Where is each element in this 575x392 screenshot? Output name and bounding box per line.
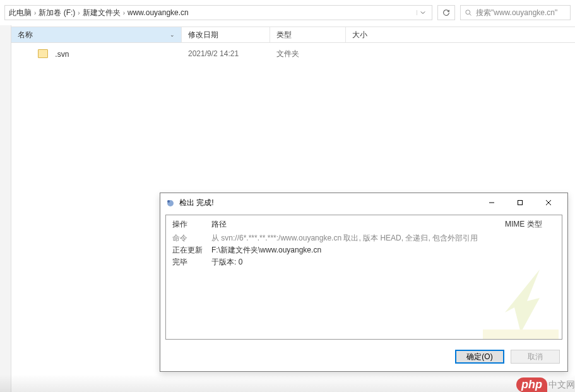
cancel-button: 取消 [511,350,560,364]
log-row: 命令 从 svn://6*.***.**.***:/www.ouyangke.c… [166,232,562,244]
file-date: 2021/9/2 14:21 [182,49,270,58]
chevron-right-icon: › [123,9,125,16]
refresh-button[interactable] [437,5,455,20]
arrow-down-icon [480,263,562,339]
search-placeholder: 搜索"www.ouyangke.cn" [476,8,557,18]
column-name[interactable]: 名称 ⌄ [11,27,182,42]
tortoise-icon [165,198,175,208]
svg-point-3 [167,200,170,203]
dialog-content: 操作 路径 MIME 类型 命令 从 svn://6*.***.**.***:/… [165,215,562,340]
column-size[interactable]: 大小 [346,27,396,42]
minimize-button[interactable] [477,194,506,212]
header-path: 路径 [211,219,505,230]
maximize-button[interactable] [506,194,534,212]
crumb-folder[interactable]: 新建文件夹 [83,8,121,18]
dialog-headers: 操作 路径 MIME 类型 [166,215,562,232]
history-dropdown[interactable] [417,10,428,15]
header-mime: MIME 类型 [505,219,555,230]
search-icon [465,9,472,16]
file-type: 文件夹 [270,49,346,59]
search-input[interactable]: 搜索"www.ouyangke.cn" [460,5,571,20]
svg-line-1 [470,14,471,16]
file-name: .svn [55,50,69,59]
folder-icon [38,49,48,58]
watermark-brand: php 中文网 [516,377,575,392]
chevron-right-icon: › [34,9,36,16]
chevron-right-icon: › [78,9,80,16]
bottom-shadow [0,374,575,392]
list-item[interactable]: .svn 2021/9/2 14:21 文件夹 [11,47,575,61]
crumb-current[interactable]: www.ouyangke.cn [127,8,189,17]
column-headers: 名称 ⌄ 修改日期 类型 大小 [11,27,575,43]
dialog-buttons: 确定(O) 取消 [160,345,567,371]
svg-point-0 [466,10,470,15]
svg-rect-5 [518,201,522,205]
crumb-this-pc[interactable]: 此电脑 [9,8,32,18]
crumb-drive[interactable]: 新加卷 (F:) [39,8,75,18]
column-date[interactable]: 修改日期 [182,27,270,42]
ok-button[interactable]: 确定(O) [455,350,504,364]
log-row: 正在更新 F:\新建文件夹\www.ouyangke.cn [166,244,562,256]
checkout-complete-dialog: 检出 完成! 操作 路径 MIME 类型 命令 从 svn://6*.***.*… [160,193,568,372]
address-bar[interactable]: 此电脑 › 新加卷 (F:) › 新建文件夹 › www.ouyangke.cn [4,5,432,20]
chevron-down-icon: ⌄ [170,32,175,38]
left-splitter[interactable] [0,25,11,392]
header-operation: 操作 [172,219,211,230]
column-type[interactable]: 类型 [270,27,346,42]
dialog-titlebar[interactable]: 检出 完成! [160,193,567,212]
brand-logo: php [516,377,547,392]
brand-text: 中文网 [548,379,575,391]
svg-rect-8 [483,330,559,339]
close-button[interactable] [534,194,562,212]
dialog-title: 检出 完成! [179,198,214,208]
log-row: 完毕 于版本: 0 [166,256,562,268]
file-list: .svn 2021/9/2 14:21 文件夹 [11,43,575,61]
